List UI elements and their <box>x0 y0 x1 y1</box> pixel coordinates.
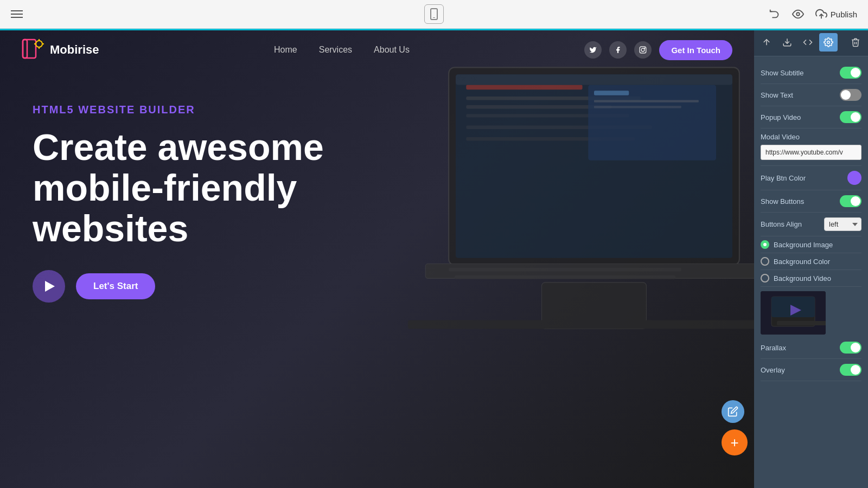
modal-video-input[interactable] <box>761 145 861 160</box>
nav-link-services[interactable]: Services <box>319 45 352 55</box>
buttons-align-row: Buttons Align left center right <box>761 213 861 236</box>
popup-video-row: Popup Video <box>761 106 861 129</box>
popup-video-knob <box>851 112 860 122</box>
show-subtitle-label: Show Subtitle <box>761 69 804 77</box>
canvas-top-border <box>0 29 868 30</box>
svg-rect-21 <box>23 40 27 58</box>
svg-point-29 <box>644 48 645 48</box>
nav-links: Home Services About Us <box>274 45 410 55</box>
brand-name: Mobirise <box>50 43 99 57</box>
mobile-preview-button[interactable] <box>424 4 444 24</box>
hero-title: Create awesome mobile-friendly websites <box>33 127 358 248</box>
show-text-label: Show Text <box>761 91 793 99</box>
bg-image-radio[interactable] <box>761 240 769 249</box>
settings-tool-button[interactable] <box>819 33 838 52</box>
popup-video-toggle[interactable] <box>840 111 861 123</box>
hero-section: Mobirise Home Services About Us Get In T… <box>0 29 754 488</box>
play-btn-color-swatch[interactable] <box>847 171 861 185</box>
show-text-row: Show Text <box>761 84 861 106</box>
top-toolbar: Publish <box>0 0 868 29</box>
panel-toolbar <box>754 29 868 56</box>
buttons-align-select[interactable]: left center right <box>824 217 861 231</box>
facebook-icon[interactable] <box>609 41 627 59</box>
overlay-knob <box>851 365 860 375</box>
get-in-touch-button[interactable]: Get In Touch <box>659 40 732 60</box>
download-tool-button[interactable] <box>778 33 796 52</box>
nav-link-about[interactable]: About Us <box>374 45 410 55</box>
plus-icon: + <box>730 434 738 451</box>
show-buttons-toggle[interactable] <box>840 195 861 207</box>
brand: Mobirise <box>22 38 99 61</box>
nav-link-home[interactable]: Home <box>274 45 297 55</box>
undo-icon <box>769 8 781 20</box>
twitter-icon[interactable] <box>584 41 602 59</box>
overlay-toggle[interactable] <box>840 364 861 376</box>
publish-label: Publish <box>831 10 857 19</box>
bg-color-radio[interactable] <box>761 257 769 266</box>
play-triangle-icon <box>45 281 55 292</box>
nav-actions: Get In Touch <box>584 40 732 60</box>
show-text-knob <box>841 90 851 100</box>
show-subtitle-toggle[interactable] <box>840 67 861 79</box>
bg-video-radio[interactable] <box>761 274 769 282</box>
play-btn-color-row: Play Btn Color <box>761 166 861 190</box>
publish-area[interactable]: Publish <box>815 8 857 20</box>
trash-tool-button[interactable] <box>846 33 865 52</box>
toolbar-center <box>424 4 444 24</box>
svg-rect-20 <box>23 40 36 58</box>
bg-video-label: Background Video <box>774 274 831 282</box>
modal-video-label: Modal Video <box>761 133 800 141</box>
sort-tool-button[interactable] <box>757 33 776 52</box>
navbar: Mobirise Home Services About Us Get In T… <box>0 29 754 71</box>
download-icon <box>782 37 792 47</box>
settings-icon <box>824 37 833 47</box>
parallax-toggle[interactable] <box>840 342 861 354</box>
hero-content: HTML5 WEBSITE BUILDER Create awesome mob… <box>0 71 754 335</box>
edit-fab-button[interactable] <box>722 400 744 423</box>
parallax-label: Parallax <box>761 344 786 352</box>
brand-icon <box>22 38 44 61</box>
show-text-toggle[interactable] <box>840 89 861 101</box>
add-fab-button[interactable]: + <box>722 429 748 455</box>
toolbar-left <box>11 10 23 18</box>
canvas-area: Mobirise Home Services About Us Get In T… <box>0 29 868 488</box>
show-subtitle-row: Show Subtitle <box>761 62 861 84</box>
bg-image-row[interactable]: Background Image <box>761 236 861 253</box>
hamburger-menu-button[interactable] <box>11 10 23 18</box>
hero-subtitle: HTML5 WEBSITE BUILDER <box>33 104 722 116</box>
svg-point-0 <box>796 12 800 16</box>
lets-start-button[interactable]: Let's Start <box>76 273 155 299</box>
pencil-icon <box>727 406 738 417</box>
instagram-icon[interactable] <box>634 41 652 59</box>
play-btn-color-label: Play Btn Color <box>761 174 806 182</box>
parallax-row: Parallax <box>761 337 861 359</box>
bg-image-label: Background Image <box>774 241 833 249</box>
show-buttons-row: Show Buttons <box>761 190 861 213</box>
bg-color-label: Background Color <box>774 258 830 266</box>
hero-title-line1: Create awesome <box>33 126 324 168</box>
show-buttons-label: Show Buttons <box>761 197 804 206</box>
preview-button[interactable] <box>792 8 805 20</box>
overlay-row: Overlay <box>761 359 861 381</box>
play-video-button[interactable] <box>33 270 65 303</box>
svg-rect-27 <box>640 47 647 53</box>
svg-point-28 <box>642 48 645 52</box>
undo-button[interactable] <box>769 8 781 20</box>
parallax-knob <box>851 343 860 352</box>
bg-color-row[interactable]: Background Color <box>761 253 861 270</box>
toolbar-right: Publish <box>769 8 857 20</box>
buttons-align-label: Buttons Align <box>761 220 802 228</box>
code-icon <box>803 37 813 47</box>
overlay-label: Overlay <box>761 366 785 374</box>
trash-icon <box>851 37 860 47</box>
panel-settings-content: Show Subtitle Show Text Popup Video <box>754 56 868 488</box>
hero-title-line2: mobile-friendly websites <box>33 167 297 249</box>
sort-icon <box>762 37 771 47</box>
hero-buttons: Let's Start <box>33 270 722 303</box>
background-thumbnail[interactable] <box>761 291 826 335</box>
show-subtitle-knob <box>851 68 860 78</box>
code-tool-button[interactable] <box>799 33 817 52</box>
bg-video-row[interactable]: Background Video <box>761 270 861 287</box>
upload-icon <box>815 8 827 20</box>
svg-rect-36 <box>777 321 826 325</box>
